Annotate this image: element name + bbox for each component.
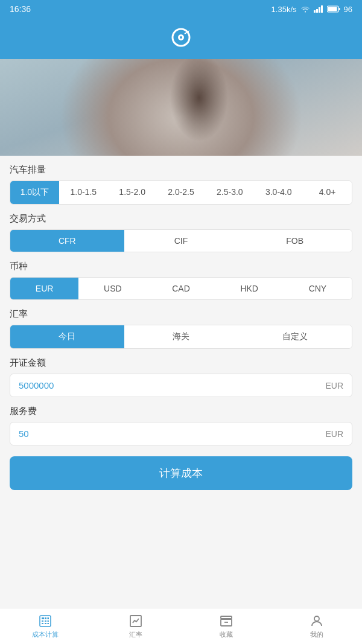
svg-rect-19 bbox=[45, 623, 46, 624]
open-amount-input[interactable] bbox=[19, 380, 325, 391]
signal-icon bbox=[314, 5, 323, 13]
svg-rect-17 bbox=[48, 620, 49, 622]
currency-tabs: EUR USD CAD HKD CNY bbox=[10, 277, 352, 300]
status-right: 1.35k/s 96 bbox=[272, 5, 352, 14]
trade-method-tabs: CFR CIF FOB bbox=[10, 229, 352, 252]
trade-method-title: 交易方式 bbox=[10, 213, 352, 225]
currency-tab-usd[interactable]: USD bbox=[78, 278, 147, 299]
exchange-rate-section: 汇率 今日 海关 自定义 bbox=[10, 308, 352, 349]
currency-tab-cad[interactable]: CAD bbox=[147, 278, 215, 299]
archive-icon bbox=[219, 613, 233, 628]
trade-method-section: 交易方式 CFR CIF FOB bbox=[10, 213, 352, 252]
displacement-tab-6[interactable]: 4.0+ bbox=[303, 181, 352, 204]
nav-profile[interactable]: 我的 bbox=[272, 608, 362, 644]
banner-figure bbox=[0, 59, 362, 156]
svg-rect-0 bbox=[314, 10, 316, 13]
svg-rect-5 bbox=[338, 8, 340, 10]
currency-tab-eur[interactable]: EUR bbox=[10, 278, 78, 299]
chart-icon bbox=[129, 613, 143, 628]
rate-tab-custom[interactable]: 自定义 bbox=[238, 325, 352, 348]
service-fee-input[interactable] bbox=[19, 429, 325, 439]
main-content: 汽车排量 1.0以下 1.0-1.5 1.5-2.0 2.0-2.5 2.5-3… bbox=[0, 156, 362, 608]
currency-title: 币种 bbox=[10, 261, 352, 272]
svg-rect-22 bbox=[221, 616, 232, 619]
svg-rect-20 bbox=[48, 623, 49, 624]
calculate-button[interactable]: 计算成本 bbox=[10, 456, 352, 490]
time-display: 16:36 bbox=[10, 4, 31, 14]
svg-rect-1 bbox=[316, 9, 318, 13]
displacement-tab-4[interactable]: 2.5-3.0 bbox=[205, 181, 254, 204]
network-speed: 1.35k/s bbox=[272, 5, 297, 14]
currency-section: 币种 EUR USD CAD HKD CNY bbox=[10, 261, 352, 300]
trade-tab-cfr[interactable]: CFR bbox=[10, 230, 124, 252]
svg-rect-6 bbox=[328, 7, 337, 11]
displacement-tab-0[interactable]: 1.0以下 bbox=[10, 181, 59, 204]
currency-tab-hkd[interactable]: HKD bbox=[215, 278, 284, 299]
exchange-rate-title: 汇率 bbox=[10, 308, 352, 320]
svg-rect-12 bbox=[42, 617, 44, 619]
svg-point-25 bbox=[314, 616, 319, 621]
displacement-title: 汽车排量 bbox=[10, 164, 352, 176]
displacement-tab-5[interactable]: 3.0-4.0 bbox=[254, 181, 303, 204]
service-fee-unit: EUR bbox=[325, 429, 343, 439]
service-fee-title: 服务费 bbox=[10, 406, 352, 417]
nav-exchange-rate[interactable]: 汇率 bbox=[91, 608, 181, 644]
svg-rect-14 bbox=[48, 617, 49, 619]
trade-tab-cif[interactable]: CIF bbox=[124, 230, 238, 252]
nav-profile-label: 我的 bbox=[310, 630, 323, 639]
open-amount-section: 开证金额 EUR bbox=[10, 357, 352, 397]
svg-rect-13 bbox=[45, 617, 46, 619]
app-logo bbox=[168, 24, 194, 51]
banner-image bbox=[0, 59, 362, 156]
exchange-rate-tabs: 今日 海关 自定义 bbox=[10, 325, 352, 349]
bottom-navigation: 成本计算 汇率 收藏 我的 bbox=[0, 608, 362, 644]
svg-rect-16 bbox=[45, 620, 46, 622]
displacement-tab-1[interactable]: 1.0-1.5 bbox=[59, 181, 108, 204]
status-bar: 16:36 1.35k/s 96 bbox=[0, 0, 362, 18]
service-fee-section: 服务费 EUR bbox=[10, 406, 352, 445]
nav-favorites[interactable]: 收藏 bbox=[181, 608, 272, 644]
svg-point-9 bbox=[180, 36, 182, 39]
open-amount-unit: EUR bbox=[325, 381, 343, 391]
person-icon bbox=[310, 613, 324, 628]
svg-rect-18 bbox=[42, 623, 43, 624]
nav-cost-calc[interactable]: 成本计算 bbox=[0, 608, 91, 644]
svg-rect-15 bbox=[42, 620, 43, 622]
displacement-tab-3[interactable]: 2.0-2.5 bbox=[157, 181, 206, 204]
rate-tab-today[interactable]: 今日 bbox=[10, 325, 124, 348]
nav-favorites-label: 收藏 bbox=[220, 630, 233, 639]
nav-cost-calc-label: 成本计算 bbox=[32, 630, 59, 639]
trade-tab-fob[interactable]: FOB bbox=[238, 230, 352, 252]
displacement-tab-2[interactable]: 1.5-2.0 bbox=[108, 181, 157, 204]
currency-tab-cny[interactable]: CNY bbox=[284, 278, 352, 299]
app-header bbox=[0, 18, 362, 59]
battery-level: 96 bbox=[344, 5, 352, 14]
calculator-icon bbox=[38, 613, 52, 628]
open-amount-title: 开证金额 bbox=[10, 357, 352, 369]
displacement-tabs: 1.0以下 1.0-1.5 1.5-2.0 2.0-2.5 2.5-3.0 3.… bbox=[10, 180, 352, 205]
wifi-icon bbox=[300, 5, 310, 13]
svg-rect-2 bbox=[319, 7, 320, 13]
displacement-section: 汽车排量 1.0以下 1.0-1.5 1.5-2.0 2.0-2.5 2.5-3… bbox=[10, 164, 352, 205]
nav-exchange-rate-label: 汇率 bbox=[129, 630, 142, 639]
battery-icon bbox=[327, 5, 340, 13]
open-amount-input-group: EUR bbox=[10, 374, 352, 397]
service-fee-input-group: EUR bbox=[10, 422, 352, 445]
rate-tab-customs[interactable]: 海关 bbox=[124, 325, 238, 348]
svg-rect-3 bbox=[321, 5, 323, 13]
